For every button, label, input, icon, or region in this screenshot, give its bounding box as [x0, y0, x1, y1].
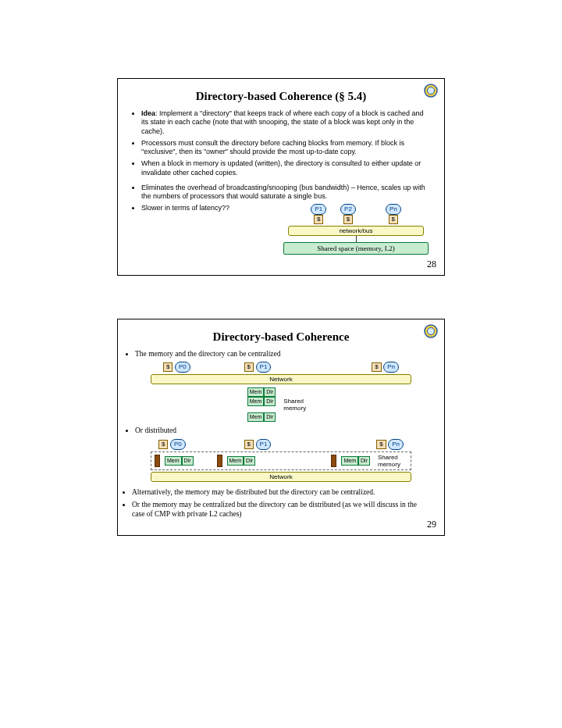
proc-node: P1 $	[311, 204, 326, 224]
processor-icon: Pn	[383, 362, 399, 373]
proc-node: P2 $	[340, 204, 356, 224]
bullet-list: Alternatively, the memory may be distrib…	[132, 488, 422, 519]
processor-icon: P2	[340, 204, 356, 215]
cache-icon: $	[389, 215, 398, 224]
processor-icon: Pn	[386, 204, 401, 215]
connector-icon	[331, 455, 336, 467]
cache-icon: $	[244, 440, 254, 449]
proc-node: $ Pn	[372, 362, 399, 373]
proc-node: $ P0	[158, 439, 186, 450]
mem-cell: Mem	[247, 412, 265, 422]
bullet-item: Or distributed	[135, 426, 427, 436]
slide-28: Directory-based Coherence (§ 5.4) Idea: …	[117, 78, 445, 276]
proc-node: $ P1	[244, 362, 272, 373]
mem-cell: Mem	[227, 456, 244, 466]
processor-icon: Pn	[388, 439, 404, 450]
cache-icon: $	[376, 440, 386, 449]
proc-node: $ P1	[244, 439, 272, 450]
mem-cell: Mem	[165, 456, 182, 466]
shared-memory-label: Shared memory	[283, 398, 315, 412]
dir-cell: Dir	[264, 412, 276, 422]
shared-memory: Shared space (memory, L2)	[283, 242, 429, 255]
dir-cell: Dir	[182, 456, 194, 466]
connector-icon	[217, 455, 222, 467]
mem-cell: Mem	[247, 397, 265, 406]
bus-bar: network/bus	[288, 226, 424, 236]
cache-icon: $	[163, 362, 173, 372]
proc-node: $ Pn	[376, 439, 404, 450]
bullet-list: Idea: Implement a "directory" that keeps…	[141, 109, 427, 177]
bullet-item: Or the memory may be centralized but the…	[132, 501, 422, 519]
diagram-centralized: $ P0 $ P1 $ Pn Network MemDir MemDir Mem…	[151, 362, 411, 422]
diagram-bus: P1 $ P2 $ Pn $ network/bus Shared space …	[283, 204, 429, 255]
svg-point-1	[428, 87, 435, 95]
dir-cell: Dir	[244, 456, 255, 466]
bullet-item: Idea: Implement a "directory" that keeps…	[141, 109, 427, 136]
proc-node: $ P0	[163, 362, 190, 373]
bullet-text: : Implement a "directory" that keeps tra…	[141, 109, 424, 135]
network-bar: Network	[151, 374, 411, 384]
dir-cell: Dir	[358, 456, 370, 466]
connector-icon	[155, 455, 160, 467]
cache-icon: $	[343, 215, 353, 224]
bullet-item: The memory and the directory can be cent…	[135, 350, 427, 359]
processor-icon: P0	[170, 439, 186, 450]
distributed-row: MemDir MemDir MemDir Shared memory	[151, 451, 411, 470]
bullet-item: Alternatively, the memory may be distrib…	[132, 488, 422, 498]
bullet-list: The memory and the directory can be cent…	[135, 350, 427, 359]
slide-title: Directory-based Coherence	[127, 330, 435, 344]
svg-point-3	[428, 327, 435, 334]
processor-icon: P0	[175, 362, 190, 373]
cache-icon: $	[372, 362, 381, 372]
network-bar: Network	[151, 472, 411, 482]
cache-icon: $	[314, 215, 323, 224]
bullet-item: Eliminates the overhead of broadcasting/…	[141, 184, 427, 202]
bullet-list: Or distributed	[135, 426, 427, 436]
idea-label: Idea	[141, 109, 155, 117]
slide-title: Directory-based Coherence (§ 5.4)	[127, 90, 435, 103]
processor-icon: P1	[311, 204, 326, 215]
mem-cell: Mem	[247, 387, 265, 397]
proc-node: Pn $	[386, 204, 401, 224]
seal-icon	[424, 324, 438, 340]
cache-icon: $	[244, 362, 254, 372]
bullet-item: Processors must consult the directory be…	[141, 139, 427, 157]
mem-dir-stack: MemDir MemDir MemDir	[247, 387, 276, 422]
shared-memory-label: Shared memory	[378, 454, 407, 468]
page-number: 28	[427, 259, 436, 270]
bullet-item: When a block in memory is updated (writt…	[141, 159, 427, 177]
slide-29: Directory-based Coherence The memory and…	[117, 319, 445, 536]
cache-icon: $	[158, 440, 168, 449]
page: Directory-based Coherence (§ 5.4) Idea: …	[0, 0, 562, 610]
processor-icon: P1	[256, 362, 272, 373]
dir-cell: Dir	[264, 387, 276, 397]
dir-cell: Dir	[264, 397, 276, 406]
seal-icon	[424, 84, 438, 99]
processor-icon: P1	[256, 439, 272, 450]
mem-cell: Mem	[341, 456, 358, 466]
page-number: 29	[427, 519, 436, 530]
diagram-distributed: $ P0 $ P1 $ Pn MemDir MemDir MemDir Shar…	[151, 439, 411, 482]
